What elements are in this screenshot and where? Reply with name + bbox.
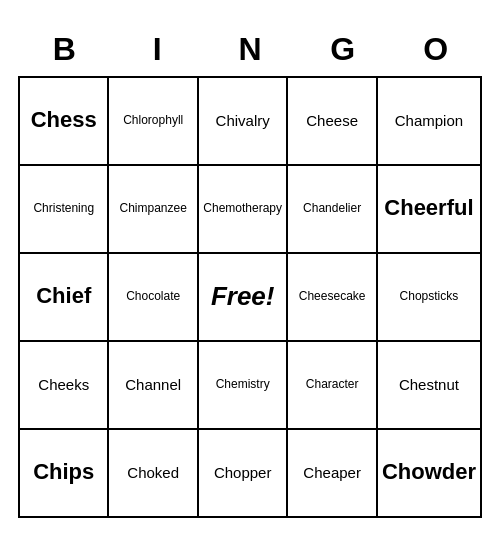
header-letter-g: G — [296, 27, 389, 72]
header-letter-i: I — [111, 27, 204, 72]
bingo-cell-0-1: Chlorophyll — [109, 78, 198, 166]
header-letter-b: B — [18, 27, 111, 72]
bingo-cell-1-3: Chandelier — [288, 166, 377, 254]
bingo-cell-2-3: Cheesecake — [288, 254, 377, 342]
bingo-cell-4-1: Choked — [109, 430, 198, 518]
bingo-cell-0-3: Cheese — [288, 78, 377, 166]
bingo-cell-2-2: Free! — [199, 254, 288, 342]
bingo-cell-3-1: Channel — [109, 342, 198, 430]
bingo-cell-1-2: Chemotherapy — [199, 166, 288, 254]
header-letter-o: O — [389, 27, 482, 72]
bingo-cell-1-4: Cheerful — [378, 166, 482, 254]
header-letter-n: N — [204, 27, 297, 72]
bingo-cell-0-4: Champion — [378, 78, 482, 166]
bingo-cell-2-0: Chief — [20, 254, 109, 342]
bingo-cell-4-3: Cheaper — [288, 430, 377, 518]
bingo-cell-0-2: Chivalry — [199, 78, 288, 166]
bingo-cell-3-2: Chemistry — [199, 342, 288, 430]
bingo-card: BINGO ChessChlorophyllChivalryCheeseCham… — [10, 19, 490, 526]
bingo-cell-3-4: Chestnut — [378, 342, 482, 430]
bingo-cell-3-0: Cheeks — [20, 342, 109, 430]
bingo-cell-1-1: Chimpanzee — [109, 166, 198, 254]
bingo-cell-4-2: Chopper — [199, 430, 288, 518]
bingo-cell-4-4: Chowder — [378, 430, 482, 518]
bingo-cell-2-1: Chocolate — [109, 254, 198, 342]
bingo-grid: ChessChlorophyllChivalryCheeseChampionCh… — [18, 76, 482, 518]
bingo-cell-2-4: Chopsticks — [378, 254, 482, 342]
bingo-cell-1-0: Christening — [20, 166, 109, 254]
bingo-header: BINGO — [18, 27, 482, 72]
bingo-cell-3-3: Character — [288, 342, 377, 430]
bingo-cell-4-0: Chips — [20, 430, 109, 518]
bingo-cell-0-0: Chess — [20, 78, 109, 166]
